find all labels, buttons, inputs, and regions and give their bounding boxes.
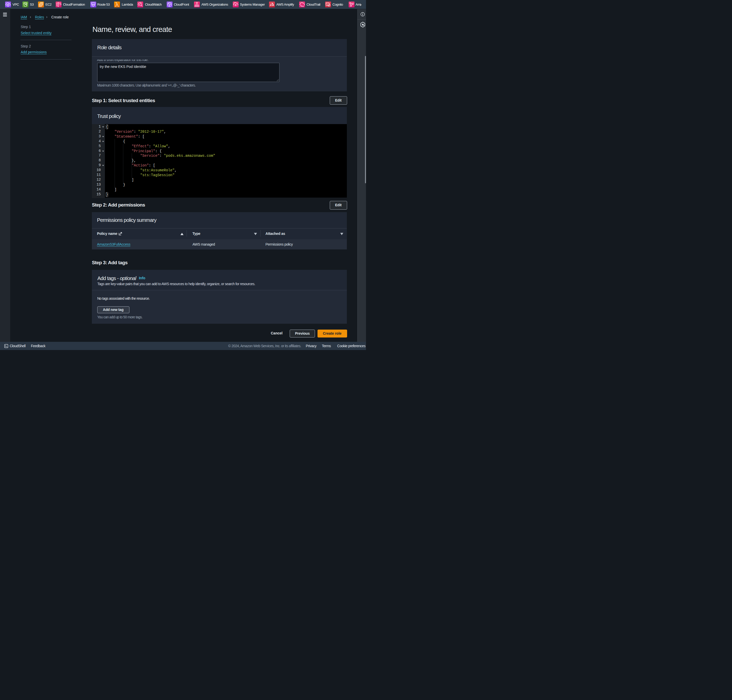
svg-text:53: 53 (92, 3, 95, 6)
